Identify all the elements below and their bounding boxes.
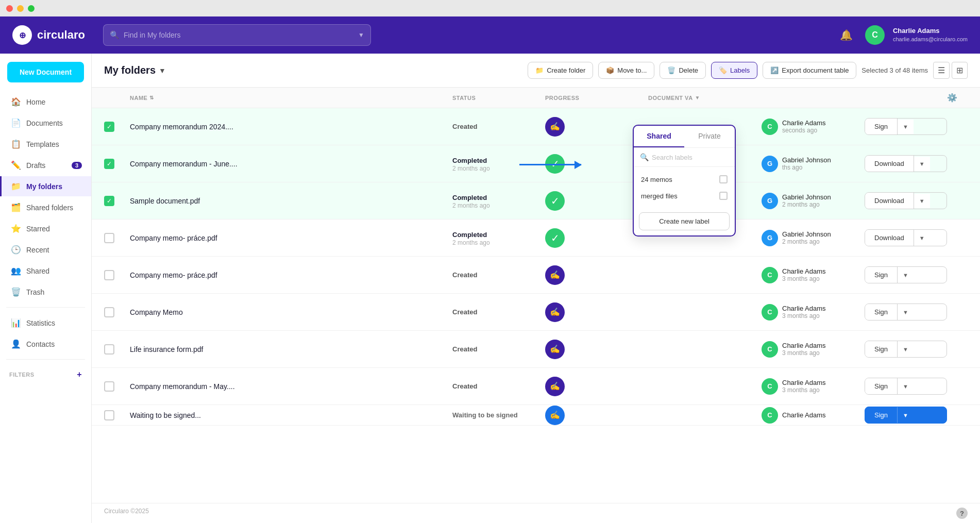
action-main-button[interactable]: Download xyxy=(865,156,914,172)
sidebar-item-label: Documents xyxy=(26,119,63,127)
user-info: Charlie Adams 3 months ago xyxy=(782,342,826,357)
sidebar-item-shared[interactable]: 👥 Shared xyxy=(0,261,91,281)
action-main-button[interactable]: Sign xyxy=(865,304,898,320)
row-checkbox[interactable] xyxy=(104,381,114,392)
user-activity-col: G Gabriel Johnson ths ago xyxy=(762,156,865,172)
list-view-button[interactable]: ☰ xyxy=(933,62,950,79)
notification-bell-icon[interactable]: 🔔 xyxy=(836,25,857,45)
user-dot: C xyxy=(762,304,778,320)
sidebar-item-trash[interactable]: 🗑️ Trash xyxy=(0,282,91,302)
row-checkbox[interactable] xyxy=(104,233,114,243)
col-settings[interactable]: ⚙️ xyxy=(947,93,968,103)
action-dropdown-button[interactable]: ▼ xyxy=(914,231,930,245)
table-row: Company Memo Created ✍ C Charlie Adams 3… xyxy=(92,294,980,331)
move-to-button[interactable]: 📦 Move to... xyxy=(598,62,654,79)
labels-button[interactable]: 🏷️ Labels xyxy=(711,62,757,79)
create-new-label-button[interactable]: Create new label xyxy=(639,212,730,230)
row-checkbox[interactable] xyxy=(104,122,114,132)
list-item[interactable]: 24 memos xyxy=(634,171,735,188)
sidebar-item-starred[interactable]: ⭐ Starred xyxy=(0,218,91,239)
sidebar-item-label: Shared xyxy=(26,267,49,275)
action-main-button[interactable]: Sign xyxy=(865,341,898,357)
row-checkbox[interactable] xyxy=(104,307,114,317)
action-dropdown-button[interactable]: ▼ xyxy=(898,379,914,394)
action-col: Download ▼ xyxy=(865,229,947,246)
action-main-button[interactable]: Sign xyxy=(865,407,898,423)
row-checkbox[interactable] xyxy=(104,270,114,280)
mac-minimize-button[interactable] xyxy=(17,5,24,12)
labels-search-input[interactable] xyxy=(652,154,738,161)
logo-text: circularo xyxy=(37,28,85,42)
mac-maximize-button[interactable] xyxy=(28,5,35,12)
folder-plus-icon: 📁 xyxy=(535,66,544,74)
drafts-badge: 3 xyxy=(72,162,82,169)
user-email: charlie.adams@circularo.com xyxy=(893,36,968,43)
action-dropdown-button[interactable]: ▼ xyxy=(914,194,930,208)
sidebar-item-statistics[interactable]: 📊 Statistics xyxy=(0,313,91,333)
action-dropdown-button[interactable]: ▼ xyxy=(898,268,914,282)
sidebar-item-shared-folders[interactable]: 🗂️ Shared folders xyxy=(0,197,91,217)
tab-private[interactable]: Private xyxy=(684,126,735,147)
action-button[interactable]: Sign ▼ xyxy=(865,407,947,424)
action-button[interactable]: Download ▼ xyxy=(865,192,947,209)
action-main-button[interactable]: Download xyxy=(865,230,914,246)
tab-shared[interactable]: Shared xyxy=(634,126,684,147)
labels-search-bar[interactable]: 🔍 xyxy=(634,148,735,167)
delete-button[interactable]: 🗑️ Delete xyxy=(660,62,706,79)
table-row: Company memo- práce.pdf Completed 2 mont… xyxy=(92,220,980,257)
row-checkbox[interactable] xyxy=(104,410,114,420)
label-checkbox[interactable] xyxy=(719,175,728,183)
action-dropdown-button[interactable]: ▼ xyxy=(898,342,914,357)
action-main-button[interactable]: Sign xyxy=(865,378,898,394)
action-dropdown-button[interactable]: ▼ xyxy=(898,408,914,423)
action-main-button[interactable]: Sign xyxy=(865,267,898,283)
col-name[interactable]: NAME ⇅ xyxy=(130,93,452,103)
sidebar-item-documents[interactable]: 📄 Documents xyxy=(0,113,91,133)
time-label: 2 months ago xyxy=(452,239,545,246)
row-checkbox[interactable] xyxy=(104,159,114,169)
search-input[interactable] xyxy=(124,31,354,39)
action-dropdown-button[interactable]: ▼ xyxy=(898,120,914,134)
action-main-button[interactable]: Sign xyxy=(865,119,898,134)
search-bar[interactable]: 🔍 ▼ xyxy=(103,24,371,46)
settings-icon[interactable]: ⚙️ xyxy=(947,93,958,103)
label-checkbox[interactable] xyxy=(719,192,728,200)
action-button[interactable]: Sign ▼ xyxy=(865,341,947,358)
sidebar-item-home[interactable]: 🏠 Home xyxy=(0,92,91,112)
status-badge: Created xyxy=(452,123,545,130)
new-document-button[interactable]: New Document xyxy=(7,62,84,82)
action-button[interactable]: Sign ▼ xyxy=(865,378,947,395)
contacts-icon: 👤 xyxy=(11,339,21,349)
user-activity-col: G Gabriel Johnson 2 months ago xyxy=(762,193,865,209)
list-item[interactable]: merged files xyxy=(634,188,735,204)
sidebar-item-label: Home xyxy=(26,98,45,106)
action-button[interactable]: Sign ▼ xyxy=(865,303,947,320)
action-main-button[interactable]: Download xyxy=(865,193,914,209)
folder-icon: 📁 xyxy=(11,181,21,191)
chevron-down-icon[interactable]: ▼ xyxy=(159,66,166,75)
sidebar-item-recent[interactable]: 🕒 Recent xyxy=(0,240,91,260)
create-folder-button[interactable]: 📁 Create folder xyxy=(528,62,593,79)
sidebar-item-my-folders[interactable]: 📁 My folders xyxy=(0,176,91,196)
action-button[interactable]: Sign ▼ xyxy=(865,266,947,283)
progress-col: ✍ xyxy=(545,265,648,285)
sidebar-item-drafts[interactable]: ✏️ Drafts 3 xyxy=(0,155,91,175)
avatar: C xyxy=(865,25,885,45)
row-checkbox[interactable] xyxy=(104,196,114,206)
action-dropdown-button[interactable]: ▼ xyxy=(898,305,914,319)
row-checkbox[interactable] xyxy=(104,344,114,355)
action-button[interactable]: Sign ▼ xyxy=(865,118,947,135)
action-dropdown-button[interactable]: ▼ xyxy=(914,157,930,171)
sidebar-item-templates[interactable]: 📋 Templates xyxy=(0,134,91,154)
mac-close-button[interactable] xyxy=(6,5,13,12)
help-icon[interactable]: ? xyxy=(956,508,968,519)
sidebar-item-contacts[interactable]: 👤 Contacts xyxy=(0,334,91,354)
star-icon: ⭐ xyxy=(11,224,21,233)
action-button[interactable]: Download ▼ xyxy=(865,155,947,172)
view-buttons: ☰ ⊞ xyxy=(933,62,968,79)
export-button[interactable]: ↗️ Export document table xyxy=(763,62,856,79)
action-button[interactable]: Download ▼ xyxy=(865,229,947,246)
grid-view-button[interactable]: ⊞ xyxy=(952,62,968,79)
filters-section: FILTERS + xyxy=(0,365,91,381)
filters-add-button[interactable]: + xyxy=(77,370,82,379)
